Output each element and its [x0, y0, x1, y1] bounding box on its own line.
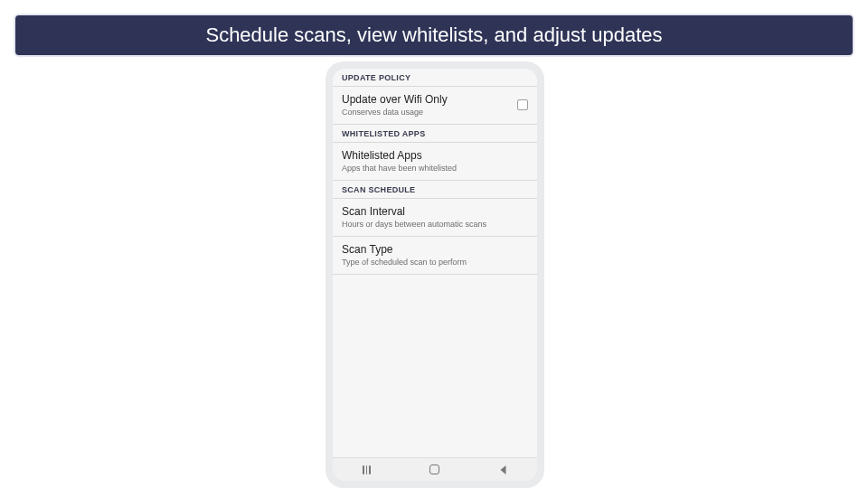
row-scan-type[interactable]: Scan Type Type of scheduled scan to perf… — [333, 237, 537, 275]
back-icon — [500, 465, 505, 474]
section-header-update-policy: UPDATE POLICY — [333, 69, 537, 87]
row-subtitle: Type of scheduled scan to perform — [342, 258, 467, 267]
section-header-whitelisted-apps: WHITELISTED APPS — [333, 125, 537, 143]
row-title: Scan Type — [342, 243, 467, 256]
row-title: Whitelisted Apps — [342, 149, 457, 162]
nav-home-button[interactable] — [417, 465, 453, 474]
section-header-scan-schedule: SCAN SCHEDULE — [333, 181, 537, 199]
row-text: Whitelisted Apps Apps that have been whi… — [342, 149, 457, 173]
row-text: Scan Interval Hours or days between auto… — [342, 205, 486, 229]
row-subtitle: Hours or days between automatic scans — [342, 220, 486, 229]
recents-icon — [363, 465, 371, 474]
row-subtitle: Apps that have been whitelisted — [342, 164, 457, 173]
caption-banner: Schedule scans, view whitelists, and adj… — [14, 14, 854, 57]
nav-recents-button[interactable] — [349, 465, 385, 474]
row-whitelisted-apps[interactable]: Whitelisted Apps Apps that have been whi… — [333, 143, 537, 181]
home-icon — [429, 465, 439, 474]
row-update-wifi-only[interactable]: Update over Wifi Only Conserves data usa… — [333, 87, 537, 125]
row-title: Scan Interval — [342, 205, 486, 218]
row-title: Update over Wifi Only — [342, 93, 448, 106]
checkbox-wifi-only[interactable] — [517, 99, 528, 110]
settings-list: UPDATE POLICY Update over Wifi Only Cons… — [333, 69, 537, 457]
row-text: Update over Wifi Only Conserves data usa… — [342, 93, 448, 117]
phone-screen: UPDATE POLICY Update over Wifi Only Cons… — [333, 69, 537, 481]
android-navbar — [333, 457, 537, 481]
nav-back-button[interactable] — [485, 465, 521, 474]
phone-frame: UPDATE POLICY Update over Wifi Only Cons… — [326, 61, 544, 488]
row-scan-interval[interactable]: Scan Interval Hours or days between auto… — [333, 199, 537, 237]
row-subtitle: Conserves data usage — [342, 108, 448, 117]
row-text: Scan Type Type of scheduled scan to perf… — [342, 243, 467, 267]
caption-text: Schedule scans, view whitelists, and adj… — [205, 23, 662, 47]
